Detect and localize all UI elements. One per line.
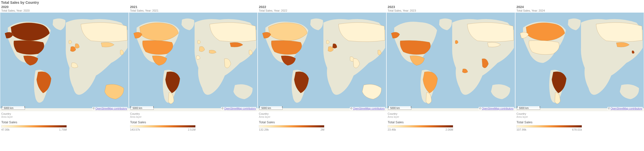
attribution-link[interactable]: OpenStreetMap contributors (353, 107, 385, 110)
legend-layer: Area layer (516, 116, 643, 118)
panel-title: 2022 (259, 5, 385, 9)
attribution-link[interactable]: OpenStreetMap contributors (224, 107, 256, 110)
map-attribution: © OpenStreetMap contributors (92, 107, 128, 110)
map-panel: 2020 Total Sales, Year: 2020 5000 km © O… (0, 5, 129, 132)
map-canvas[interactable]: 5000 km © OpenStreetMap contributors (258, 13, 386, 111)
map-panel: 2022 Total Sales, Year: 2022 5000 km © O… (258, 5, 386, 132)
map-scale-label: 5000 km (390, 107, 400, 109)
panel-header: 2024 Total Sales, Year: 2024 (515, 5, 644, 12)
panel-row: 2020 Total Sales, Year: 2020 5000 km © O… (0, 5, 644, 132)
panel-header: 2023 Total Sales, Year: 2023 (387, 5, 515, 12)
map-attribution: © OpenStreetMap contributors (479, 107, 514, 110)
legend-block: Country Area layer Total Sales 107.99k 6… (515, 111, 644, 132)
attribution-prefix: © (608, 107, 610, 110)
legend-scale: 23.46k 2.06M (388, 128, 453, 131)
panel-subtitle: Total Sales, Year: 2021 (130, 9, 256, 12)
map-attribution: © OpenStreetMap contributors (221, 107, 256, 110)
legend-gradient (388, 125, 453, 128)
legend-metric: Total Sales (516, 120, 643, 124)
legend-max: 678.01k (572, 128, 582, 131)
attribution-prefix: © (222, 107, 224, 110)
panel-subtitle: Total Sales, Year: 2020 (1, 9, 128, 12)
panel-header: 2021 Total Sales, Year: 2021 (129, 5, 257, 12)
map-attribution: © OpenStreetMap contributors (607, 107, 643, 110)
attribution-prefix: © (479, 107, 482, 110)
legend-block: Country Area layer Total Sales 132.28k 2… (258, 111, 386, 132)
map-scale-label: 5000 km (261, 107, 271, 109)
legend-layer: Area layer (388, 116, 514, 118)
map-canvas[interactable]: 5000 km © OpenStreetMap contributors (129, 13, 257, 111)
legend-dimension: Country (130, 112, 256, 115)
legend-metric: Total Sales (130, 120, 256, 124)
legend-min: 143.57k (130, 128, 140, 131)
map-canvas[interactable]: 5000 km © OpenStreetMap contributors (0, 13, 129, 111)
map-canvas[interactable]: 5000 km © OpenStreetMap contributors (387, 13, 515, 111)
legend-dimension: Country (1, 112, 128, 115)
attribution-prefix: © (93, 107, 95, 110)
legend-gradient (130, 125, 196, 128)
legend-metric: Total Sales (259, 120, 385, 124)
legend-max: 1.75M (59, 128, 67, 131)
map-scale-label: 5000 km (132, 107, 143, 109)
map-scale-label: 5000 km (3, 107, 14, 109)
legend-block: Country Area layer Total Sales 23.46k 2.… (387, 111, 515, 132)
legend-scale: 107.99k 678.01k (516, 128, 582, 131)
legend-min: 23.46k (388, 128, 396, 131)
legend-max: 2.51M (188, 128, 196, 131)
legend-dimension: Country (388, 112, 514, 115)
map-attribution: © OpenStreetMap contributors (350, 107, 385, 110)
legend-scale: 143.57k 2.51M (130, 128, 196, 131)
legend-dimension: Country (259, 112, 385, 115)
legend-max: 2.06M (445, 128, 453, 131)
legend-block: Country Area layer Total Sales 143.57k 2… (129, 111, 257, 132)
legend-max: 2M (321, 128, 324, 131)
legend-scale: 132.28k 2M (259, 128, 324, 131)
legend-layer: Area layer (259, 116, 385, 118)
legend-gradient (1, 125, 67, 128)
panel-title: 2020 (1, 5, 128, 9)
legend-gradient (259, 125, 324, 128)
main-title: Total Sales by Country (0, 0, 644, 5)
panel-title: 2023 (388, 5, 514, 9)
map-scale-label: 5000 km (518, 107, 529, 109)
legend-dimension: Country (516, 112, 643, 115)
legend-gradient (516, 125, 582, 128)
legend-metric: Total Sales (1, 120, 128, 124)
legend-min: 107.99k (516, 128, 526, 131)
legend-layer: Area layer (130, 116, 256, 118)
panel-subtitle: Total Sales, Year: 2022 (259, 9, 385, 12)
panel-title: 2024 (516, 5, 643, 9)
legend-min: 132.28k (259, 128, 269, 131)
dashboard-root: Total Sales by Country 2020 Total Sales,… (0, 0, 644, 132)
legend-min: 47.06k (1, 128, 10, 131)
attribution-link[interactable]: OpenStreetMap contributors (95, 107, 127, 110)
map-panel: 2021 Total Sales, Year: 2021 5000 km © O… (129, 5, 258, 132)
map-panel: 2023 Total Sales, Year: 2023 5000 km © O… (386, 5, 515, 132)
map-panel: 2024 Total Sales, Year: 2024 5000 km © O… (515, 5, 644, 132)
panel-title: 2021 (130, 5, 256, 9)
attribution-link[interactable]: OpenStreetMap contributors (482, 107, 513, 110)
attribution-prefix: © (350, 107, 353, 110)
panel-header: 2020 Total Sales, Year: 2020 (0, 5, 129, 12)
panel-subtitle: Total Sales, Year: 2023 (388, 9, 514, 12)
panel-subtitle: Total Sales, Year: 2024 (516, 9, 643, 12)
map-canvas[interactable]: 5000 km © OpenStreetMap contributors (515, 13, 644, 111)
legend-layer: Area layer (1, 116, 128, 118)
legend-scale: 47.06k 1.75M (1, 128, 67, 131)
panel-header: 2022 Total Sales, Year: 2022 (258, 5, 386, 12)
legend-metric: Total Sales (388, 120, 514, 124)
legend-block: Country Area layer Total Sales 47.06k 1.… (0, 111, 129, 132)
attribution-link[interactable]: OpenStreetMap contributors (610, 107, 642, 110)
